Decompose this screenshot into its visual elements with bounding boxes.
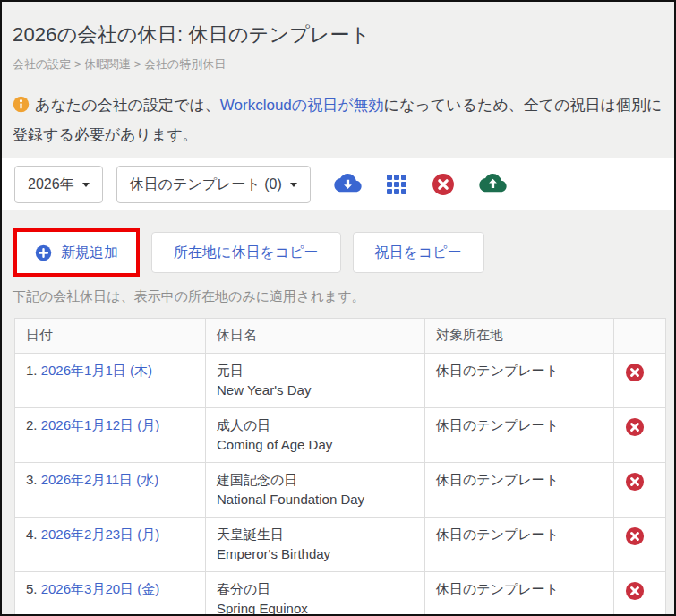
holiday-name-ja: 春分の日 bbox=[217, 581, 270, 596]
header-actions bbox=[614, 319, 666, 354]
row-index: 3. bbox=[26, 472, 38, 487]
add-new-label: 新規追加 bbox=[61, 244, 118, 262]
holiday-date-link[interactable]: 2026年2月23日 (月) bbox=[41, 526, 160, 542]
table-row: 5. 2026年3月20日 (金) 春分の日Spring Equinox 休日の… bbox=[15, 572, 666, 616]
notice-banner: あなたの会社の設定では、Workcloudの祝日が無効になっているため、全ての祝… bbox=[2, 92, 674, 149]
download-cloud-icon[interactable] bbox=[334, 174, 362, 195]
header-date: 日付 bbox=[15, 319, 206, 354]
delete-cell bbox=[614, 408, 666, 463]
table-row: 2. 2026年1月12日 (月) 成人の日Coming of Age Day … bbox=[15, 408, 666, 463]
holiday-name-ja: 天皇誕生日 bbox=[217, 526, 284, 542]
year-dropdown[interactable]: 2026年 bbox=[14, 166, 103, 203]
year-dropdown-label: 2026年 bbox=[28, 175, 74, 194]
location-cell: 休日のテンプレート bbox=[425, 408, 614, 463]
holiday-table-body: 1. 2026年1月1日 (木) 元日New Year's Day 休日のテンプ… bbox=[15, 354, 666, 616]
chevron-down-icon bbox=[82, 183, 90, 187]
copy-holidays-to-locations-button[interactable]: 所在地に休日をコピー bbox=[151, 232, 341, 273]
date-cell: 1. 2026年1月1日 (木) bbox=[15, 354, 206, 408]
table-header-row: 日付 休日名 対象所在地 bbox=[15, 319, 666, 354]
holiday-table: 日付 休日名 対象所在地 1. 2026年1月1日 (木) 元日New Year… bbox=[14, 318, 666, 616]
delete-cell bbox=[614, 572, 666, 616]
location-cell: 休日のテンプレート bbox=[425, 463, 614, 518]
row-index: 5. bbox=[26, 581, 38, 596]
delete-circle-icon[interactable] bbox=[432, 173, 455, 196]
holiday-name-cell: 成人の日Coming of Age Day bbox=[206, 408, 425, 463]
holiday-name-cell: 天皇誕生日Emperor's Birthday bbox=[206, 518, 425, 572]
row-index: 1. bbox=[26, 363, 38, 378]
holiday-name-ja: 成人の日 bbox=[217, 417, 270, 432]
holiday-name-cell: 建国記念の日National Foundation Day bbox=[206, 463, 425, 518]
upload-cloud-icon[interactable] bbox=[479, 174, 507, 195]
holiday-name-en: Coming of Age Day bbox=[217, 435, 414, 455]
template-dropdown-label: 休日のテンプレート (0) bbox=[130, 175, 282, 194]
holiday-name-ja: 建国記念の日 bbox=[217, 472, 297, 487]
date-cell: 2. 2026年1月12日 (月) bbox=[15, 408, 206, 463]
holiday-name-en: National Foundation Day bbox=[217, 490, 414, 509]
delete-row-icon[interactable] bbox=[625, 417, 645, 437]
holiday-name-en: New Year's Day bbox=[217, 381, 414, 400]
holiday-date-link[interactable]: 2026年1月1日 (木) bbox=[41, 363, 152, 378]
grid-icon[interactable] bbox=[386, 174, 407, 195]
holiday-date-link[interactable]: 2026年1月12日 (月) bbox=[41, 417, 160, 432]
row-index: 4. bbox=[26, 526, 38, 542]
date-cell: 5. 2026年3月20日 (金) bbox=[15, 572, 206, 616]
action-buttons-row: 新規追加 所在地に休日をコピー 祝日をコピー bbox=[2, 228, 674, 277]
table-row: 4. 2026年2月23日 (月) 天皇誕生日Emperor's Birthda… bbox=[15, 518, 666, 572]
delete-row-icon[interactable] bbox=[625, 526, 645, 546]
location-cell: 休日のテンプレート bbox=[425, 518, 614, 572]
header-holiday-name: 休日名 bbox=[206, 319, 425, 354]
holiday-name-cell: 春分の日Spring Equinox bbox=[206, 572, 425, 616]
holiday-name-ja: 元日 bbox=[217, 363, 244, 378]
header-target-location: 対象所在地 bbox=[425, 319, 614, 354]
location-cell: 休日のテンプレート bbox=[425, 354, 614, 408]
page-header: 2026の会社の休日: 休日のテンプレート 会社の設定 > 休暇関連 > 会社の… bbox=[2, 2, 674, 73]
date-cell: 4. 2026年2月23日 (月) bbox=[15, 518, 206, 572]
table-row: 1. 2026年1月1日 (木) 元日New Year's Day 休日のテンプ… bbox=[15, 354, 666, 408]
chevron-down-icon bbox=[290, 183, 297, 187]
holiday-name-en: Emperor's Birthday bbox=[217, 544, 414, 564]
row-index: 2. bbox=[26, 417, 38, 432]
toolbar-icons bbox=[334, 173, 507, 196]
copy-public-holidays-button[interactable]: 祝日をコピー bbox=[353, 232, 484, 273]
holiday-date-link[interactable]: 2026年3月20日 (金) bbox=[41, 581, 160, 596]
delete-cell bbox=[614, 463, 666, 518]
company-holidays-page: 2026の会社の休日: 休日のテンプレート 会社の設定 > 休暇関連 > 会社の… bbox=[0, 0, 676, 616]
holiday-name-en: Spring Equinox bbox=[217, 599, 414, 616]
table-row: 3. 2026年2月11日 (水) 建国記念の日National Foundat… bbox=[15, 463, 666, 518]
delete-cell bbox=[614, 354, 666, 408]
holiday-name-cell: 元日New Year's Day bbox=[206, 354, 425, 408]
add-new-button[interactable]: 新規追加 bbox=[17, 232, 136, 273]
delete-row-icon[interactable] bbox=[625, 581, 645, 601]
date-cell: 3. 2026年2月11日 (水) bbox=[15, 463, 206, 518]
copy-public-holidays-label: 祝日をコピー bbox=[375, 244, 462, 262]
delete-row-icon[interactable] bbox=[625, 472, 645, 492]
delete-row-icon[interactable] bbox=[625, 363, 645, 382]
breadcrumb: 会社の設定 > 休暇関連 > 会社の特別休日 bbox=[13, 56, 663, 73]
table-note: 下記の会社休日は、表示中の所在地のみに適用されます。 bbox=[2, 288, 674, 305]
toolbar: 2026年 休日のテンプレート (0) bbox=[2, 158, 674, 210]
plus-circle-icon bbox=[35, 244, 52, 261]
copy-holidays-to-locations-label: 所在地に休日をコピー bbox=[174, 244, 319, 262]
holiday-setting-link[interactable]: Workcloudの祝日が無効 bbox=[220, 97, 384, 114]
location-cell: 休日のテンプレート bbox=[425, 572, 614, 616]
template-dropdown[interactable]: 休日のテンプレート (0) bbox=[116, 166, 311, 203]
delete-cell bbox=[614, 518, 666, 572]
info-icon bbox=[13, 95, 30, 122]
holiday-date-link[interactable]: 2026年2月11日 (水) bbox=[41, 472, 158, 487]
highlight-annotation-box: 新規追加 bbox=[13, 228, 140, 277]
notice-text-before: あなたの会社の設定では、 bbox=[35, 97, 220, 114]
page-title: 2026の会社の休日: 休日のテンプレート bbox=[13, 21, 663, 48]
